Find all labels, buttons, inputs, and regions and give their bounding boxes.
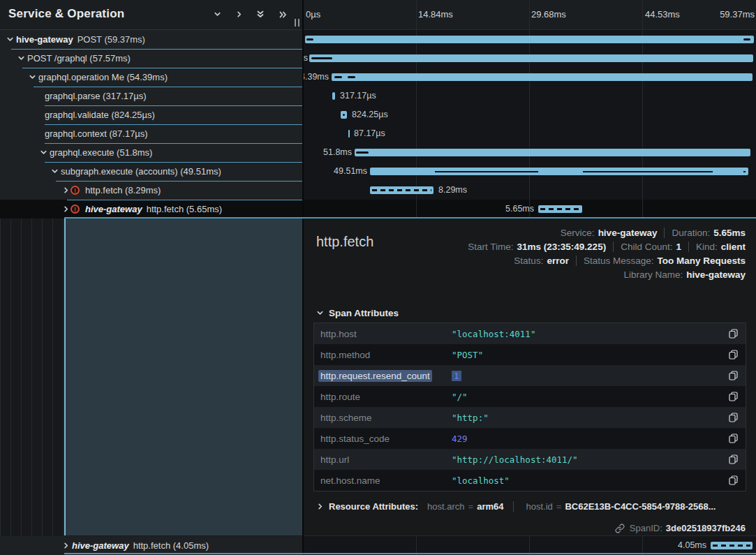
timeline-row: 5.65ms	[304, 200, 756, 219]
chevron-down-icon[interactable]	[39, 148, 48, 157]
span-operation-label: subgraph.execute (accounts) (49.51ms)	[61, 166, 221, 177]
resource-key: host.arch	[427, 501, 464, 512]
span-tree-row[interactable]: !hive-gatewayhttp.fetch (5.65ms)	[0, 200, 302, 219]
span-service-name: hive-gateway	[72, 540, 129, 551]
span-duration-label: 5.65ms	[505, 200, 534, 219]
double-chevron-right-icon[interactable]	[279, 10, 288, 19]
meta-value: 5.65ms	[713, 228, 746, 238]
copy-button[interactable]	[720, 454, 746, 464]
timeline-row: 317.17µs	[304, 87, 756, 105]
span-bar[interactable]	[370, 168, 748, 175]
span-tree-row[interactable]: !http.fetch (8.29ms)	[0, 181, 302, 200]
span-bar[interactable]	[341, 111, 347, 119]
child-span-marker	[348, 76, 355, 78]
span-attributes-table: http.host"localhost:4011"http.method"POS…	[313, 323, 746, 491]
span-tree-row[interactable]: graphql.execute (51.8ms)	[0, 143, 302, 162]
link-icon[interactable]	[615, 524, 625, 533]
equals-sign: =	[556, 501, 562, 512]
timeline-row: 51.8ms	[304, 143, 756, 162]
copy-icon	[729, 413, 738, 422]
child-span-markers	[540, 208, 580, 210]
chevron-right-icon[interactable]	[61, 205, 71, 214]
span-service-name: hive-gateway	[16, 34, 73, 45]
span-operation-label: graphql.context (87.17µs)	[45, 128, 148, 139]
copy-button[interactable]	[720, 329, 746, 339]
chevron-down-icon[interactable]	[17, 54, 26, 63]
span-tree-row[interactable]: POST /graphql (57.57ms)	[0, 49, 302, 68]
attribute-value: "http://localhost:4011/"	[452, 454, 720, 465]
row-separator	[22, 68, 302, 68]
timeline-row: 87.17µs	[304, 124, 756, 143]
chevron-right-icon[interactable]	[61, 541, 71, 550]
span-operation-label: graphql.execute (51.8ms)	[50, 147, 152, 158]
attribute-row: net.host.name"localhost"	[314, 470, 746, 491]
span-operation-label: POST /graphql (57.57ms)	[27, 53, 131, 64]
span-bar[interactable]	[538, 205, 582, 213]
span-attributes-header[interactable]: Span Attributes	[316, 308, 399, 318]
span-tree-row[interactable]: graphql.validate (824.25µs)	[0, 105, 302, 124]
span-tree-row[interactable]: subgraph.execute (accounts) (49.51ms)	[0, 162, 302, 181]
child-span-marker	[356, 151, 369, 154]
span-operation-label: POST (59.37ms)	[77, 34, 145, 45]
chevron-down-icon[interactable]	[214, 10, 221, 18]
resource-key: host.id	[526, 501, 553, 512]
error-icon: !	[71, 205, 80, 214]
child-span-marker	[743, 38, 750, 40]
row-separator	[34, 87, 302, 87]
attribute-row: http.host"localhost:4011"	[314, 323, 746, 344]
resource-attributes-row[interactable]: Resource Attributes: host.arch=arm64host…	[316, 501, 716, 512]
span-bar[interactable]	[305, 36, 754, 43]
child-span-marker	[334, 76, 342, 78]
span-bar[interactable]	[711, 542, 753, 549]
attribute-value: "/"	[452, 392, 720, 402]
chevron-right-icon[interactable]	[61, 186, 71, 195]
span-duration-label: 824.25µs	[352, 105, 388, 124]
meta-divider	[688, 242, 689, 252]
span-bar[interactable]	[348, 130, 350, 138]
copy-icon	[729, 454, 738, 464]
copy-button[interactable]	[720, 350, 746, 360]
span-tree-row[interactable]: hive-gatewayhttp.fetch (4.05ms)	[0, 536, 302, 555]
span-operation-label: http.fetch (8.29ms)	[85, 185, 161, 195]
attribute-value: "localhost"	[452, 475, 720, 486]
timeline-panel: 0µs14.84ms29.68ms44.53ms59.37ms 57.57ms5…	[304, 0, 756, 555]
span-tree-row[interactable]: graphql.parse (317.17µs)	[0, 87, 302, 105]
copy-button[interactable]	[720, 392, 746, 401]
span-bar[interactable]	[370, 186, 433, 194]
timeline-row: 49.51ms	[304, 162, 756, 181]
panel-resize-handle[interactable]	[295, 19, 299, 27]
span-tree-row[interactable]: graphql.operation Me (54.39ms)	[0, 68, 302, 87]
attribute-row: http.status_code429	[314, 428, 746, 449]
attribute-row: http.route"/"	[314, 386, 746, 407]
span-duration-label: 8.29ms	[438, 181, 467, 200]
copy-button[interactable]	[720, 371, 746, 380]
meta-value: hive-gateway	[598, 228, 658, 238]
child-span-marker	[435, 171, 538, 172]
chevron-down-icon[interactable]	[50, 167, 59, 176]
copy-button[interactable]	[720, 475, 746, 485]
span-tree-row[interactable]: hive-gatewayPOST (59.37ms)	[0, 30, 302, 49]
attribute-key: http.method	[314, 350, 452, 360]
timeline-row: 824.25µs	[304, 105, 756, 124]
double-chevron-down-icon[interactable]	[256, 10, 265, 19]
span-bar[interactable]	[332, 92, 335, 100]
span-tree-row[interactable]: graphql.context (87.17µs)	[0, 124, 302, 143]
copy-button[interactable]	[720, 434, 746, 443]
span-tree-panel: Service & Operation hive-gatewayPOST (59…	[0, 0, 304, 555]
attribute-row: http.url"http://localhost:4011/"	[314, 449, 746, 470]
ruler-tick-label: 44.53ms	[645, 9, 680, 20]
copy-icon	[729, 475, 738, 485]
tree-header: Service & Operation	[0, 0, 302, 30]
span-detail-meta: Service:hive-gatewayDuration:5.65msStart…	[468, 228, 746, 280]
span-bar[interactable]	[309, 54, 753, 62]
span-bar[interactable]	[332, 73, 753, 81]
chevron-down-icon[interactable]	[6, 35, 15, 44]
child-span-marker	[583, 171, 713, 172]
copy-icon	[729, 329, 738, 339]
chevron-down-icon[interactable]	[28, 73, 37, 82]
copy-button[interactable]	[720, 413, 746, 422]
chevron-right-icon[interactable]	[235, 10, 243, 18]
meta-divider	[664, 228, 665, 238]
span-bar[interactable]	[355, 149, 750, 156]
meta-value: 1	[676, 242, 681, 252]
